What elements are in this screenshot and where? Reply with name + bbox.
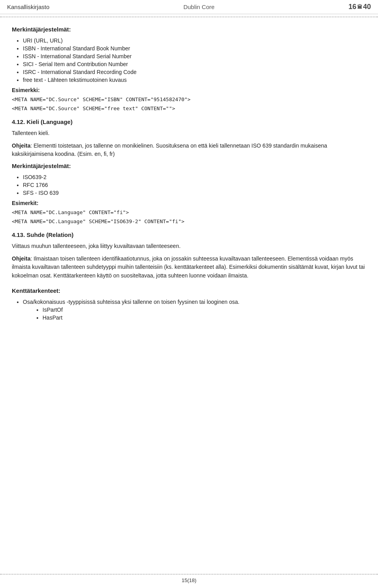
esimerkki-line2: <META NAME="DC.Source" SCHEME="free text… (12, 105, 366, 111)
badge-icon: 🏛 (357, 4, 362, 10)
list-item: ISO639-2 (23, 174, 366, 180)
list-item: Osa/kokonaisuus -tyyppisissä suhteissa y… (23, 299, 366, 321)
merkintajarjestelmat2-list: ISO639-2 RFC 1766 SFS - ISO 639 (12, 174, 366, 196)
logo-text: Kansalliskirjasto (7, 4, 50, 10)
top-divider (0, 17, 378, 17)
list-item: ISSN - International Standard Serial Num… (23, 53, 366, 59)
main-content: Merkintäjärjestelmät: URI (URL, URL) ISB… (0, 21, 378, 340)
page-title: Dublin Core (183, 4, 215, 10)
ohjeita2-label: Ohjeita (12, 255, 30, 262)
list-item: RFC 1766 (23, 182, 366, 188)
list-item: URI (URL, URL) (23, 37, 366, 44)
list-item: SICI - Serial Item and Contribution Numb… (23, 61, 366, 67)
section-413-ohjeita: Ohjeita: Ilmaistaan toisen tallenteen id… (12, 255, 366, 280)
merkintajarjestelmat-list: URI (URL, URL) ISBN - International Stan… (12, 37, 366, 83)
kentatarkenteet-section: Kenttätarkenteet: Osa/kokonaisuus -tyypp… (12, 287, 366, 321)
list-item: ISRC - International Standard Recording … (23, 69, 366, 75)
section-413: 4.13. Suhde (Relation) Viittaus muuhun t… (12, 231, 366, 280)
ohjeita2-text: : Ilmaistaan toisen tallenteen identifik… (12, 255, 365, 279)
page-number: 15(18) (182, 577, 196, 583)
section-413-heading: 4.13. Suhde (Relation) (12, 231, 366, 238)
merkintajarjestelmat2-section: Merkintäjärjestelmät: ISO639-2 RFC 1766 … (12, 163, 366, 196)
merkintajarjestelmat2-heading: Merkintäjärjestelmät: (12, 163, 366, 169)
kentatarkenteet-sublist: IsPartOf HasPart (23, 307, 366, 321)
merkintajarjestelmat-heading: Merkintäjärjestelmät: (12, 26, 366, 33)
section-412: 4.12. Kieli (Language) Tallenteen kieli.… (12, 118, 366, 159)
kentatarkenteet-item1: Osa/kokonaisuus -tyyppisissä suhteissa y… (23, 299, 239, 305)
esimerkit-line2: <META NAME="DC.Language" SCHEME="ISO639-… (12, 218, 366, 224)
badge-number2: 40 (363, 3, 371, 11)
kentatarkenteet-list: Osa/kokonaisuus -tyyppisissä suhteissa y… (12, 299, 366, 321)
ohjeita-text: : Elementti toistetaan, jos tallenne on … (12, 142, 327, 157)
ohjeita-label: Ohjeita (12, 142, 30, 149)
section-412-heading: 4.12. Kieli (Language) (12, 118, 366, 125)
footer-page: 15(18) (0, 577, 378, 583)
page-badge: 16 🏛 40 (348, 3, 371, 11)
list-item: IsPartOf (43, 307, 366, 313)
kentatarkenteet-heading: Kenttätarkenteet: (12, 287, 366, 294)
list-item: HasPart (43, 314, 366, 321)
list-item: ISBN - International Standard Book Numbe… (23, 45, 366, 52)
esimerkki-section: Esimerkki: <META NAME="DC.Source" SCHEME… (12, 87, 366, 111)
page-header: Kansalliskirjasto Dublin Core 16 🏛 40 (0, 0, 378, 14)
list-item: free text - Lähteen tekstimuotoinen kuva… (23, 77, 366, 83)
merkintajarjestelmat-section: Merkintäjärjestelmät: URI (URL, URL) ISB… (12, 26, 366, 83)
esimerkit-label: Esimerkit: (12, 200, 39, 206)
esimerkit-line1: <META NAME="DC.Language" CONTENT="fi"> (12, 209, 366, 215)
esimerkki-label: Esimerkki: (12, 87, 40, 93)
list-item: SFS - ISO 639 (23, 190, 366, 196)
esimerkki-line1: <META NAME="DC.Source" SCHEME="ISBN" CON… (12, 96, 366, 102)
section-412-desc: Tallenteen kieli. (12, 129, 366, 138)
esimerkit-section: Esimerkit: <META NAME="DC.Language" CONT… (12, 200, 366, 224)
section-412-ohjeita: Ohjeita: Elementti toistetaan, jos talle… (12, 142, 366, 159)
badge-number: 16 (348, 3, 356, 11)
footer-divider (0, 574, 378, 575)
section-413-desc: Viittaus muuhun tallenteeseen, joka liit… (12, 242, 366, 251)
